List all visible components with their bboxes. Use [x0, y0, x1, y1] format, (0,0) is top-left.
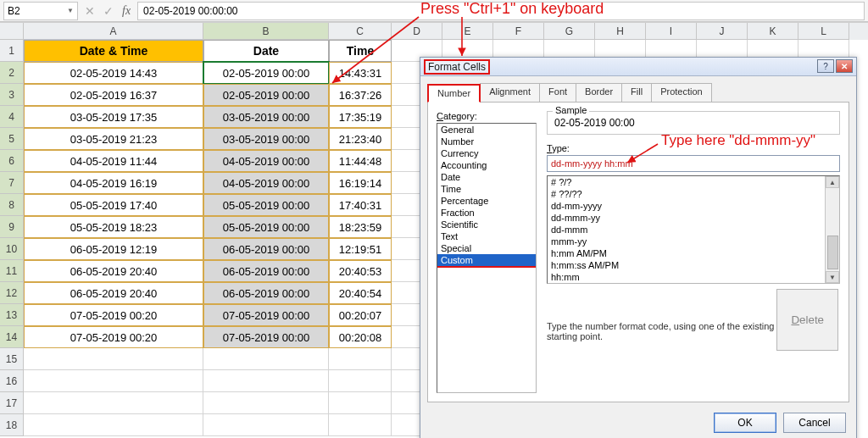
type-input[interactable] — [547, 155, 840, 172]
cell[interactable] — [24, 414, 203, 436]
cell[interactable] — [203, 414, 329, 436]
category-item[interactable]: Date — [437, 171, 536, 183]
row-header[interactable]: 11 — [0, 260, 24, 282]
cell[interactable]: 07-05-2019 00:20 — [24, 304, 203, 326]
col-header-B[interactable]: B — [203, 23, 329, 40]
select-all-corner[interactable] — [0, 23, 24, 40]
category-item[interactable]: Text — [437, 230, 536, 242]
category-item[interactable]: Custom — [437, 254, 536, 268]
cell[interactable]: 03-05-2019 00:00 — [203, 106, 329, 128]
row-header[interactable]: 5 — [0, 128, 24, 150]
row-header[interactable]: 8 — [0, 194, 24, 216]
row-header[interactable]: 7 — [0, 172, 24, 194]
format-item[interactable]: hh:mm — [548, 271, 825, 283]
ok-button[interactable]: OK — [714, 413, 776, 433]
tab-alignment[interactable]: Alignment — [480, 83, 540, 102]
cell[interactable]: Time — [329, 40, 392, 62]
row-header[interactable]: 13 — [0, 304, 24, 326]
cell[interactable]: 06-05-2019 20:40 — [24, 282, 203, 304]
col-header-A[interactable]: A — [24, 23, 203, 40]
row-header[interactable]: 10 — [0, 238, 24, 260]
tab-fill[interactable]: Fill — [621, 83, 652, 102]
dialog-close-button[interactable]: ✕ — [836, 59, 853, 73]
col-header-H[interactable]: H — [595, 23, 646, 40]
row-header[interactable]: 6 — [0, 150, 24, 172]
cell[interactable] — [24, 348, 203, 370]
cell[interactable]: 07-05-2019 00:00 — [203, 326, 329, 348]
cell[interactable]: 06-05-2019 12:19 — [24, 238, 203, 260]
tab-font[interactable]: Font — [539, 83, 576, 102]
row-header[interactable]: 3 — [0, 84, 24, 106]
format-item[interactable]: hh:mm:ss — [548, 283, 825, 284]
cell[interactable]: 12:19:51 — [329, 238, 392, 260]
cell[interactable]: 06-05-2019 20:40 — [24, 260, 203, 282]
cell[interactable] — [203, 370, 329, 392]
format-item[interactable]: dd-mm-yyyy — [548, 200, 825, 212]
cell[interactable]: 07-05-2019 00:00 — [203, 304, 329, 326]
category-item[interactable]: Currency — [437, 147, 536, 159]
row-header[interactable]: 2 — [0, 62, 24, 84]
cell[interactable]: 05-05-2019 18:23 — [24, 216, 203, 238]
dialog-titlebar[interactable]: Format Cells ? ✕ — [420, 58, 856, 76]
row-header[interactable]: 4 — [0, 106, 24, 128]
format-item[interactable]: h:mm:ss AM/PM — [548, 259, 825, 271]
cell[interactable]: 20:40:54 — [329, 282, 392, 304]
category-item[interactable]: Time — [437, 183, 536, 195]
cell[interactable]: 00:20:07 — [329, 304, 392, 326]
dialog-help-button[interactable]: ? — [817, 59, 834, 73]
cell[interactable] — [329, 392, 392, 414]
format-list[interactable]: # ?/?# ??/??dd-mm-yyyydd-mmm-yydd-mmmmmm… — [547, 175, 840, 284]
row-header[interactable]: 17 — [0, 392, 24, 414]
cell[interactable]: 03-05-2019 17:35 — [24, 106, 203, 128]
cell[interactable] — [329, 414, 392, 436]
cell[interactable]: 06-05-2019 00:00 — [203, 282, 329, 304]
cell[interactable] — [24, 392, 203, 414]
category-item[interactable]: Fraction — [437, 207, 536, 219]
col-header-E[interactable]: E — [442, 23, 493, 40]
row-header[interactable]: 1 — [0, 40, 24, 62]
col-header-D[interactable]: D — [392, 23, 442, 40]
cell[interactable]: 17:40:31 — [329, 194, 392, 216]
format-item[interactable]: dd-mmm — [548, 224, 825, 236]
accept-icon[interactable]: ✓ — [103, 4, 114, 18]
cell[interactable]: 16:19:14 — [329, 172, 392, 194]
col-header-I[interactable]: I — [646, 23, 697, 40]
cell[interactable]: 04-05-2019 00:00 — [203, 172, 329, 194]
cell[interactable]: 16:37:26 — [329, 84, 392, 106]
fx-icon[interactable]: fx — [122, 4, 131, 18]
scroll-up-icon[interactable]: ▲ — [826, 176, 839, 188]
cell[interactable]: 06-05-2019 00:00 — [203, 238, 329, 260]
cell[interactable]: 04-05-2019 11:44 — [24, 150, 203, 172]
cell[interactable]: 05-05-2019 00:00 — [203, 216, 329, 238]
cell[interactable] — [329, 348, 392, 370]
row-header[interactable]: 9 — [0, 216, 24, 238]
cell[interactable]: 02-05-2019 14:43 — [24, 62, 203, 84]
formula-bar[interactable]: 02-05-2019 00:00:00 — [137, 2, 865, 20]
category-list[interactable]: GeneralNumberCurrencyAccountingDateTimeP… — [437, 123, 537, 393]
row-header[interactable]: 12 — [0, 282, 24, 304]
category-item[interactable]: Number — [437, 136, 536, 147]
cell[interactable]: 17:35:19 — [329, 106, 392, 128]
cell[interactable]: Date — [203, 40, 329, 62]
name-box[interactable]: B2 ▼ — [3, 2, 78, 20]
cell[interactable]: 03-05-2019 21:23 — [24, 128, 203, 150]
cell[interactable]: 05-05-2019 17:40 — [24, 194, 203, 216]
category-item[interactable]: Percentage — [437, 195, 536, 207]
cell[interactable] — [24, 370, 203, 392]
format-item[interactable]: mmm-yy — [548, 236, 825, 247]
format-item[interactable]: # ?/? — [548, 176, 825, 188]
category-item[interactable]: Special — [437, 242, 536, 254]
cell[interactable]: 20:40:53 — [329, 260, 392, 282]
cell[interactable]: 00:20:08 — [329, 326, 392, 348]
col-header-L[interactable]: L — [798, 23, 849, 40]
cell[interactable]: 14:43:31 — [329, 62, 392, 84]
col-header-F[interactable]: F — [493, 23, 544, 40]
format-list-scrollbar[interactable]: ▲ ▼ — [825, 176, 839, 283]
format-item[interactable]: # ??/?? — [548, 188, 825, 200]
row-header[interactable]: 14 — [0, 326, 24, 348]
format-item[interactable]: h:mm AM/PM — [548, 247, 825, 259]
cell[interactable]: 04-05-2019 16:19 — [24, 172, 203, 194]
col-header-K[interactable]: K — [748, 23, 798, 40]
col-header-C[interactable]: C — [329, 23, 392, 40]
category-item[interactable]: Scientific — [437, 219, 536, 230]
